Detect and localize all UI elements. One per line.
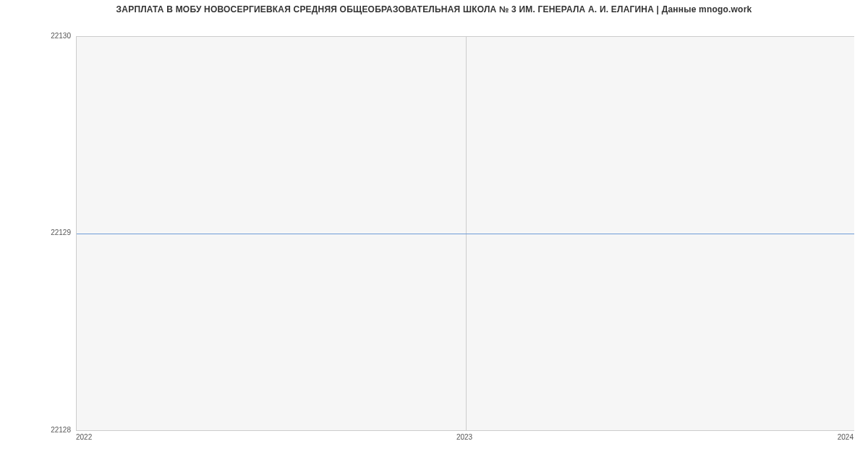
x-tick-label: 2024 <box>838 434 854 441</box>
y-tick-label: 22129 <box>27 229 71 236</box>
chart-container: ЗАРПЛАТА В МОБУ НОВОСЕРГИЕВКАЯ СРЕДНЯЯ О… <box>0 0 868 470</box>
gridline-horizontal <box>77 36 854 37</box>
data-series-line <box>77 234 854 234</box>
x-tick-label: 2023 <box>456 434 472 441</box>
y-tick-label: 22130 <box>27 33 71 40</box>
y-tick-label: 22128 <box>27 427 71 434</box>
chart-title: ЗАРПЛАТА В МОБУ НОВОСЕРГИЕВКАЯ СРЕДНЯЯ О… <box>0 4 868 14</box>
x-tick-label: 2022 <box>76 434 92 441</box>
plot-area <box>76 36 854 431</box>
